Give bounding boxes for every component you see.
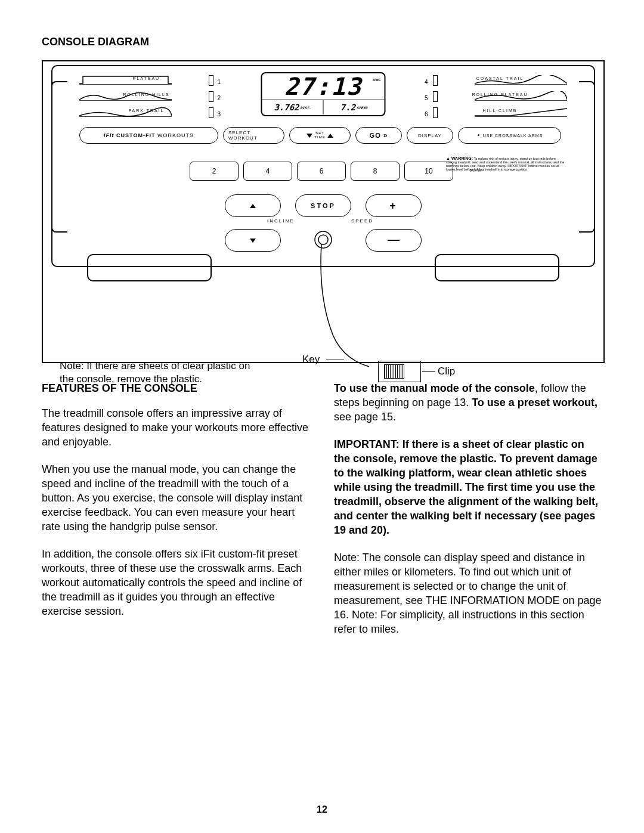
select-workout-button[interactable]: SELECT WORKOUT bbox=[223, 127, 284, 144]
plastic-note: Note: If there are sheets of clear plast… bbox=[60, 360, 262, 386]
main-button-row-1: STOP + bbox=[225, 194, 422, 217]
notch-icon bbox=[433, 107, 438, 118]
left-cap bbox=[51, 81, 67, 233]
incline-up-button[interactable] bbox=[225, 194, 281, 217]
notch-icon bbox=[433, 91, 438, 102]
time-readout: 27:13 bbox=[262, 73, 385, 100]
page-number: 12 bbox=[317, 804, 327, 815]
speed-col-label: SPEED bbox=[351, 218, 373, 224]
chevron-up-icon bbox=[250, 204, 256, 208]
chevron-down-icon bbox=[306, 134, 312, 138]
clip-callout-label: Clip bbox=[438, 366, 455, 377]
display-button[interactable]: DISPLAY bbox=[407, 127, 453, 144]
crosswalk-arms-button[interactable]: ✦ USE CROSSWALK ARMS bbox=[458, 127, 561, 144]
incline-label: INCLINE bbox=[267, 218, 295, 224]
control-row: iFit CUSTOM-FIT WORKOUTS SELECT WORKOUT … bbox=[79, 127, 567, 145]
speed-quick-row: 2 4 6 8 10 bbox=[190, 162, 458, 182]
body-columns: FEATURES OF THE CONSOLE The treadmill co… bbox=[42, 381, 602, 649]
program-coastal-trail[interactable]: COASTAL TRAIL 4 bbox=[433, 73, 567, 86]
incline-down-button[interactable] bbox=[225, 229, 281, 252]
time-label: TIME bbox=[372, 78, 380, 82]
para-3: In addition, the console offers six iFit… bbox=[42, 547, 310, 618]
program-hill-climb[interactable]: HILL CLIMB 6 bbox=[433, 106, 567, 119]
right-para-2: IMPORTANT: If there is a sheet of clear … bbox=[334, 437, 602, 537]
program-rolling-hills[interactable]: ROLLING HILLS 2 bbox=[79, 89, 213, 103]
distance-readout: 3.762DIST. bbox=[262, 100, 324, 114]
notch-icon bbox=[209, 91, 213, 102]
program-park-trail[interactable]: PARK TRAIL 3 bbox=[79, 106, 213, 119]
speed-6-button[interactable]: 6 bbox=[297, 162, 346, 181]
program-col-right: COASTAL TRAIL 4 ROLLING PLATEAU 5 HILL C… bbox=[433, 73, 567, 122]
notch-icon bbox=[433, 75, 438, 86]
para-2: When you use the manual mode, you can ch… bbox=[42, 462, 310, 534]
minus-icon bbox=[388, 240, 400, 241]
key-leader-line bbox=[326, 360, 344, 360]
left-column: FEATURES OF THE CONSOLE The treadmill co… bbox=[42, 381, 310, 649]
speed-8-button[interactable]: 8 bbox=[351, 162, 400, 181]
clip-leader-line bbox=[422, 371, 435, 372]
key-callout-label: Key bbox=[302, 354, 320, 366]
stop-button[interactable]: STOP bbox=[295, 194, 351, 217]
runner-icon: ✦ bbox=[476, 133, 481, 138]
lcd-display: 27:13 TIME 3.762DIST. 7.2SPEED bbox=[261, 72, 386, 116]
program-rolling-plateau[interactable]: ROLLING PLATEAU 5 bbox=[433, 89, 567, 103]
clip-grip-icon bbox=[384, 364, 404, 379]
speed-4-button[interactable]: 4 bbox=[243, 162, 292, 181]
program-plateau[interactable]: PLATEAU 1 bbox=[79, 73, 213, 86]
custom-fit-workouts-button[interactable]: iFit CUSTOM-FIT WORKOUTS bbox=[79, 127, 218, 144]
para-1: The treadmill console offers an impressi… bbox=[42, 406, 310, 449]
right-para-3: Note: The console can display speed and … bbox=[334, 550, 602, 636]
notch-icon bbox=[209, 107, 213, 118]
speed-up-button[interactable]: + bbox=[366, 194, 422, 217]
chevron-down-icon bbox=[250, 239, 256, 243]
right-para-1: To use the manual mode of the console, f… bbox=[334, 381, 602, 424]
speed-readout: 7.2SPEED bbox=[324, 100, 385, 114]
speed-2-button[interactable]: 2 bbox=[190, 162, 239, 181]
go-button[interactable]: GO» bbox=[355, 127, 402, 144]
warning-text: ▲ WARNING: To reduce risk of serious inj… bbox=[446, 157, 565, 171]
safety-key-cord bbox=[312, 244, 378, 376]
console-frame: PLATEAU 1 ROLLING HILLS 2 PARK TRAIL 3 bbox=[51, 65, 595, 267]
notch-icon bbox=[209, 75, 213, 86]
right-grip bbox=[435, 254, 559, 281]
program-col-left: PLATEAU 1 ROLLING HILLS 2 PARK TRAIL 3 bbox=[79, 73, 213, 122]
chevron-right-icon: » bbox=[383, 131, 388, 140]
left-grip bbox=[87, 254, 212, 281]
set-time-button[interactable]: SETTIME bbox=[289, 127, 351, 144]
right-column: To use the manual mode of the console, f… bbox=[334, 381, 602, 649]
right-cap bbox=[579, 81, 595, 233]
chevron-up-icon bbox=[327, 134, 333, 138]
console-diagram-figure: PLATEAU 1 ROLLING HILLS 2 PARK TRAIL 3 bbox=[42, 60, 605, 363]
svg-point-1 bbox=[318, 235, 328, 244]
section-heading: CONSOLE DIAGRAM bbox=[42, 36, 602, 48]
